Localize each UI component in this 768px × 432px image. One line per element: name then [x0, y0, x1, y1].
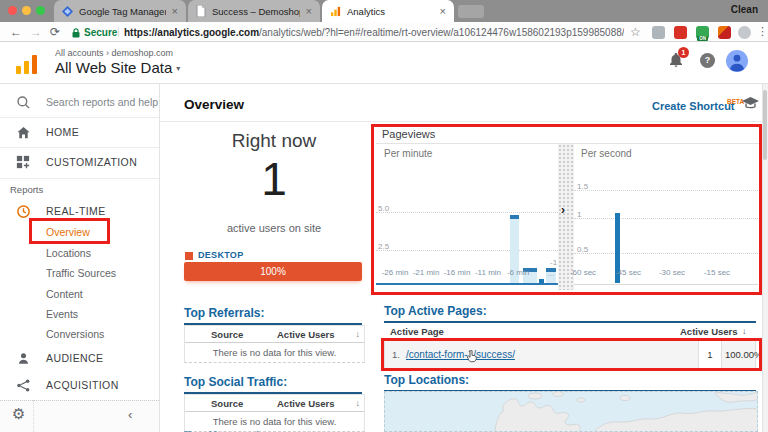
- sidebar-item-acquisition[interactable]: ACQUISITION: [0, 370, 159, 400]
- extension-icon[interactable]: [652, 26, 665, 39]
- url-bar[interactable]: https://analytics.google.com/analytics/w…: [124, 27, 624, 38]
- sidebar-item-label: REAL-TIME: [46, 205, 106, 217]
- column-header[interactable]: Source: [211, 398, 243, 409]
- tab-title: Google Tag Manager: [79, 6, 166, 17]
- column-header[interactable]: Source: [211, 329, 243, 340]
- top-active-pages-heading: Top Active Pages:: [384, 304, 756, 323]
- forward-button[interactable]: →: [30, 25, 42, 39]
- tab-title: Success – Demoshop: [212, 6, 300, 17]
- sort-arrow-icon[interactable]: ↓: [356, 398, 361, 408]
- url-divider: |: [117, 26, 120, 37]
- clock-icon: [16, 204, 32, 219]
- extension-icon[interactable]: [738, 26, 751, 39]
- top-locations-heading: Top Locations:: [384, 373, 756, 392]
- top-referrals-heading: Top Referrals:: [184, 306, 362, 325]
- empty-message: There is no data for this view.: [185, 343, 364, 363]
- create-shortcut-link[interactable]: Create Shortcut: [652, 100, 735, 112]
- sidebar-item-customization[interactable]: CUSTOMIZATION: [0, 147, 159, 177]
- extension-icon[interactable]: [718, 26, 731, 39]
- sidebar-item-label: AUDIENCE: [46, 352, 103, 364]
- collapse-sidebar-icon[interactable]: ‹: [128, 407, 132, 422]
- world-map[interactable]: [384, 391, 758, 432]
- chrome-menu-icon[interactable]: ⋮: [757, 25, 768, 38]
- top-referrals-table: Source Active Users ↓ There is no data f…: [184, 325, 365, 363]
- sidebar-item-conversions[interactable]: Conversions: [46, 328, 104, 340]
- tab-close-icon[interactable]: ×: [306, 5, 312, 17]
- view-title: All Web Site Data: [55, 59, 172, 76]
- browser-window: Google Tag Manager × Success – Demoshop …: [0, 0, 768, 432]
- sidebar-item-label: ACQUISITION: [46, 379, 119, 391]
- analytics-logo-icon: [15, 53, 39, 75]
- annotation-box-pageviews: [371, 124, 762, 295]
- secure-label[interactable]: Secure: [84, 27, 117, 38]
- lock-icon: [72, 28, 80, 38]
- annotation-box-overview: [29, 218, 110, 244]
- admin-gear-icon[interactable]: ⚙: [12, 405, 25, 423]
- url-host: https://analytics.google.com: [124, 27, 259, 38]
- active-users-count: 1: [184, 152, 364, 206]
- search-input[interactable]: Search reports and help: [46, 96, 158, 108]
- notification-badge: 1: [678, 47, 689, 58]
- tab-success-demoshop[interactable]: Success – Demoshop ×: [188, 0, 320, 22]
- search-reports[interactable]: Search reports and help: [0, 87, 159, 117]
- reload-button[interactable]: ⟳: [50, 25, 60, 39]
- hand-cursor-icon: [466, 350, 477, 363]
- page-favicon-icon: [196, 5, 206, 17]
- avatar[interactable]: [726, 50, 748, 72]
- mac-zoom-button[interactable]: [36, 6, 45, 15]
- search-icon: [16, 95, 32, 110]
- share-network-icon: [16, 378, 32, 393]
- person-icon: [16, 351, 32, 366]
- help-button[interactable]: ?: [700, 53, 715, 68]
- desktop-percent-bar: 100%: [184, 262, 362, 281]
- tab-close-icon[interactable]: ×: [440, 5, 446, 17]
- tab-title: Analytics: [347, 6, 434, 17]
- tab-analytics[interactable]: Analytics ×: [322, 0, 454, 22]
- scrollbar-thumb[interactable]: [763, 90, 767, 160]
- sort-arrow-icon[interactable]: ↓: [742, 326, 747, 336]
- back-button[interactable]: ←: [10, 25, 22, 39]
- gtm-favicon-icon: [62, 6, 73, 17]
- column-header[interactable]: Active Users: [680, 326, 738, 337]
- bookmark-star-icon[interactable]: ☆: [630, 25, 641, 39]
- page-title: Overview: [184, 97, 244, 112]
- right-now-title: Right now: [184, 130, 364, 152]
- column-header[interactable]: Active Page: [390, 326, 444, 337]
- sidebar-item-events[interactable]: Events: [46, 308, 78, 320]
- sidebar-item-home[interactable]: HOME: [0, 117, 159, 147]
- chevron-down-icon: ▾: [176, 64, 180, 73]
- divider: [0, 178, 159, 179]
- extension-icon[interactable]: [674, 26, 687, 39]
- reports-section-label: Reports: [10, 184, 43, 195]
- column-header[interactable]: Active Users: [277, 329, 335, 340]
- sidebar-item-label: CUSTOMIZATION: [46, 156, 137, 168]
- home-icon: [16, 125, 32, 140]
- annotation-box-active-page-row: [381, 338, 762, 371]
- sidebar-item-locations[interactable]: Locations: [46, 247, 91, 259]
- divider: [160, 121, 762, 122]
- customization-icon: [16, 155, 32, 169]
- url-path: /analytics/web/?hl=en#/realtime/rt-overv…: [259, 27, 624, 38]
- tab-close-icon[interactable]: ×: [172, 5, 178, 17]
- new-tab-button[interactable]: [458, 5, 484, 18]
- sidebar-item-label: HOME: [46, 126, 79, 138]
- desktop-legend-label: DESKTOP: [198, 250, 243, 260]
- mac-minimize-button[interactable]: [22, 6, 31, 15]
- sidebar-item-traffic-sources[interactable]: Traffic Sources: [46, 267, 116, 279]
- divider: [33, 400, 34, 432]
- desktop-legend-swatch: [185, 252, 193, 260]
- top-social-heading: Top Social Traffic:: [184, 375, 362, 394]
- sort-arrow-icon[interactable]: ↓: [356, 329, 361, 339]
- breadcrumb[interactable]: All accounts › demoshop.com: [55, 48, 173, 58]
- graduation-cap-icon[interactable]: [742, 97, 759, 111]
- sidebar-item-content[interactable]: Content: [46, 288, 83, 300]
- view-selector[interactable]: All Web Site Data▾: [55, 59, 180, 76]
- tab-google-tag-manager[interactable]: Google Tag Manager ×: [54, 0, 186, 22]
- analytics-favicon-icon: [330, 6, 341, 17]
- mac-close-button[interactable]: [8, 6, 17, 15]
- sidebar-item-audience[interactable]: AUDIENCE: [0, 343, 159, 373]
- column-header[interactable]: Active Users: [277, 398, 335, 409]
- active-users-subtitle: active users on site: [184, 222, 364, 234]
- extension-icon[interactable]: ON: [696, 26, 709, 39]
- chrome-profile-label[interactable]: Clean: [731, 4, 758, 15]
